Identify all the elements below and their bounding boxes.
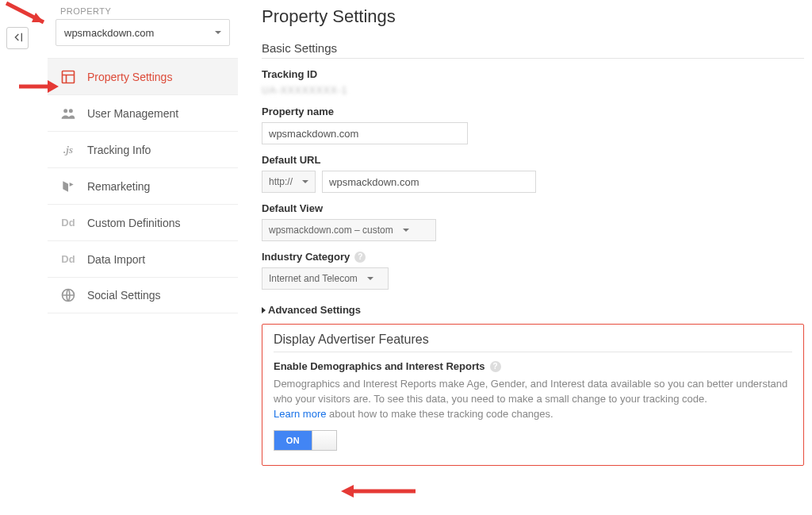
sidebar: PROPERTY wpsmackdown.com Property Settin… bbox=[48, 0, 238, 515]
back-button[interactable] bbox=[6, 27, 29, 49]
back-arrow-icon bbox=[11, 31, 24, 46]
toggle-knob bbox=[312, 431, 336, 450]
js-icon: .js bbox=[60, 142, 76, 158]
default-url-field: Default URL http:// bbox=[262, 154, 804, 193]
sidebar-item-remarketing[interactable]: Remarketing bbox=[48, 167, 238, 204]
default-view-field: Default View wpsmackdown.com – custom bbox=[262, 202, 804, 241]
remarketing-icon bbox=[60, 179, 76, 194]
enable-demo-heading: Enable Demographics and Interest Reports… bbox=[274, 360, 792, 372]
page-title: Property Settings bbox=[262, 6, 804, 27]
sidebar-item-label: Property Settings bbox=[87, 71, 172, 83]
help-icon[interactable]: ? bbox=[490, 361, 501, 372]
property-name-field: Property name bbox=[262, 106, 804, 144]
property-selector-value: wpsmackdown.com bbox=[64, 27, 215, 39]
daf-description: Demographics and Interest Reports make A… bbox=[274, 377, 792, 422]
content: Property Settings Basic Settings Trackin… bbox=[262, 0, 804, 466]
learn-more-link[interactable]: Learn more bbox=[274, 408, 326, 420]
help-icon[interactable]: ? bbox=[354, 252, 366, 263]
default-view-select[interactable]: wpsmackdown.com – custom bbox=[262, 219, 436, 241]
toggle-on-label: ON bbox=[274, 431, 312, 450]
dd-icon: Dd bbox=[60, 252, 76, 267]
sidebar-item-label: Custom Definitions bbox=[87, 217, 181, 229]
basic-settings-heading: Basic Settings bbox=[262, 41, 804, 59]
users-icon bbox=[60, 106, 76, 121]
property-name-label: Property name bbox=[262, 106, 804, 117]
sidebar-item-social-settings[interactable]: Social Settings bbox=[48, 277, 238, 313]
sidebar-item-label: Data Import bbox=[87, 253, 145, 266]
property-name-input[interactable] bbox=[262, 122, 468, 144]
tracking-id-value: UA-XXXXXXXX-1 bbox=[262, 85, 804, 96]
sidebar-item-property-settings[interactable]: Property Settings bbox=[48, 58, 238, 94]
svg-rect-0 bbox=[63, 71, 75, 83]
tracking-id-field: Tracking ID UA-XXXXXXXX-1 bbox=[262, 68, 804, 96]
svg-marker-4 bbox=[32, 13, 44, 22]
url-scheme-value: http:// bbox=[269, 176, 293, 187]
sidebar-item-label: Social Settings bbox=[87, 289, 161, 302]
svg-point-1 bbox=[63, 109, 67, 113]
globe-icon bbox=[60, 287, 76, 303]
sidebar-item-custom-definitions[interactable]: Dd Custom Definitions bbox=[48, 204, 238, 240]
industry-value: Internet and Telecom bbox=[269, 273, 358, 284]
advanced-settings-toggle[interactable]: Advanced Settings bbox=[262, 304, 804, 316]
default-view-label: Default View bbox=[262, 202, 804, 214]
triangle-right-icon bbox=[262, 307, 266, 313]
annotation-arrow-3 bbox=[336, 480, 423, 506]
chevron-down-icon bbox=[302, 180, 308, 183]
svg-point-2 bbox=[69, 109, 73, 113]
demographics-toggle[interactable]: ON bbox=[274, 430, 337, 451]
svg-marker-6 bbox=[341, 485, 354, 498]
industry-select[interactable]: Internet and Telecom bbox=[262, 267, 389, 290]
chevron-down-icon bbox=[367, 277, 373, 280]
industry-label: Industry Category ? bbox=[262, 251, 804, 263]
layout-icon bbox=[60, 69, 76, 85]
url-scheme-select[interactable]: http:// bbox=[262, 171, 316, 193]
default-url-label: Default URL bbox=[262, 154, 804, 166]
display-advertiser-features-box: Display Advertiser Features Enable Demog… bbox=[262, 324, 804, 466]
default-url-input[interactable] bbox=[322, 171, 536, 193]
property-selector[interactable]: wpsmackdown.com bbox=[56, 19, 230, 46]
sidebar-item-tracking-info[interactable]: .js Tracking Info bbox=[48, 131, 238, 167]
daf-heading: Display Advertiser Features bbox=[274, 332, 792, 352]
default-view-value: wpsmackdown.com – custom bbox=[269, 225, 393, 236]
dd-icon: Dd bbox=[60, 215, 76, 231]
sidebar-item-data-import[interactable]: Dd Data Import bbox=[48, 240, 238, 277]
sidebar-item-label: Tracking Info bbox=[87, 144, 151, 156]
sidebar-item-label: User Management bbox=[87, 107, 178, 120]
sidebar-item-user-management[interactable]: User Management bbox=[48, 94, 238, 131]
tracking-id-label: Tracking ID bbox=[262, 68, 804, 80]
chevron-down-icon bbox=[403, 229, 409, 232]
sidebar-item-label: Remarketing bbox=[87, 180, 150, 193]
chevron-down-icon bbox=[215, 31, 221, 34]
property-group-label: PROPERTY bbox=[60, 6, 238, 16]
industry-field: Industry Category ? Internet and Telecom bbox=[262, 251, 804, 290]
advanced-settings-label: Advanced Settings bbox=[268, 304, 361, 316]
